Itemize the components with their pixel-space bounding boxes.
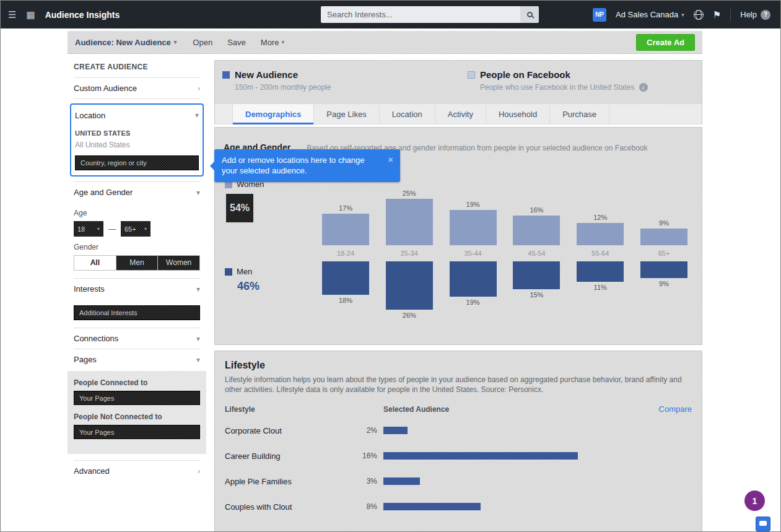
chart-column: 25%25-3426% (380, 159, 438, 336)
lifestyle-title: Lifestyle (225, 360, 692, 371)
save-menu[interactable]: Save (227, 38, 246, 47)
chart-column: 9%65+9% (635, 159, 693, 336)
lifestyle-row: Apple Pie Families3% (225, 468, 692, 494)
chart-column: 17%18-2418% (316, 159, 375, 336)
account-menu[interactable]: Ad Sales Canada ▾ (616, 10, 684, 19)
men-legend-label: Men (237, 267, 252, 276)
age-max-select[interactable]: 65+ ▾ (121, 221, 151, 237)
column-lifestyle[interactable]: Lifestyle (225, 405, 383, 414)
women-bar (513, 216, 560, 245)
sidebar-item-age-and-gender[interactable]: Age and Gender ▾ (74, 181, 200, 203)
globe-icon[interactable] (694, 10, 704, 20)
sidebar-heading: CREATE AUDIENCE (74, 63, 200, 77)
lifestyle-bar (383, 503, 481, 510)
tab-household[interactable]: Household (486, 104, 550, 124)
lifestyle-table-header: Lifestyle Selected Audience Compare (225, 404, 692, 414)
men-bar-label: 11% (594, 284, 607, 291)
search-input[interactable] (321, 6, 520, 23)
lifestyle-rows: Corporate Clout2%Career Building16%Apple… (225, 417, 692, 519)
age-axis-label: 35-44 (465, 245, 482, 261)
lifestyle-name: Career Building (225, 451, 355, 461)
age-axis-label: 18-24 (337, 245, 354, 261)
search-button[interactable] (520, 6, 539, 23)
chevron-right-icon: › (198, 84, 200, 93)
women-bar (322, 214, 369, 245)
age-axis-label: 25-34 (401, 245, 418, 261)
interests-input[interactable] (74, 305, 200, 320)
age-min-select[interactable]: 18 ▾ (74, 221, 103, 237)
tab-location[interactable]: Location (380, 104, 435, 124)
sidebar-item-custom-audience[interactable]: Custom Audience › (74, 77, 200, 98)
section-divider (74, 98, 200, 102)
create-ad-button[interactable]: Create Ad (636, 34, 695, 51)
location-input[interactable] (75, 155, 199, 170)
tab-page-likes[interactable]: Page Likes (314, 104, 379, 124)
chevron-down-icon: ▾ (281, 39, 284, 45)
pages-connected-input[interactable] (74, 391, 200, 405)
lifestyle-name: Apple Pie Families (225, 477, 355, 486)
age-axis-label: 65+ (658, 245, 670, 261)
women-share: 54% (226, 194, 253, 222)
men-bar (386, 261, 433, 310)
navbar-left: ☰ ▦ Audience Insights (1, 9, 120, 20)
location-country-group: UNITED STATES (75, 129, 199, 137)
account-name: Ad Sales Canada (616, 10, 678, 19)
compare-link[interactable]: Compare (659, 404, 692, 414)
location-value[interactable]: All United States (75, 141, 199, 149)
audience-menu[interactable]: Audience: New Audience ▾ (75, 38, 177, 47)
lifestyle-description: Lifestyle information helps you learn ab… (225, 375, 684, 395)
search-icon (527, 12, 533, 17)
comparison-audience-subtitle: People who use Facebook in the United St… (480, 83, 635, 92)
chart-columns: 17%18-2418%25%25-3426%19%35-4419%16%45-5… (314, 159, 696, 336)
sidebar-item-pages[interactable]: Pages ▾ (74, 349, 200, 370)
column-selected-audience[interactable]: Selected Audience (383, 405, 659, 414)
age-range: 18 ▾ — 65+ ▾ (74, 221, 200, 237)
info-icon[interactable] (639, 83, 648, 92)
close-icon[interactable]: × (388, 154, 393, 165)
profile-badge[interactable]: NP (593, 8, 606, 22)
pages-not-connected-input[interactable] (74, 425, 200, 439)
notification-badge[interactable]: 1 (744, 491, 765, 511)
lifestyle-value: 8% (355, 502, 383, 511)
chevron-down-icon: ▾ (174, 39, 177, 45)
chat-widget-button[interactable] (756, 517, 770, 531)
sidebar-item-interests[interactable]: Interests ▾ (74, 278, 200, 299)
gender-men-button[interactable]: Men (116, 255, 159, 271)
navbar-divider (730, 9, 731, 21)
sidebar-item-location[interactable]: Location ▾ (75, 105, 199, 126)
open-menu[interactable]: Open (193, 38, 212, 47)
legend-entry-men: Men 46% (225, 267, 314, 293)
men-bar (577, 261, 624, 282)
tab-purchase[interactable]: Purchase (550, 104, 609, 124)
apps-grid-icon[interactable]: ▦ (26, 9, 35, 20)
primary-audience-subtitle: 150m - 200m monthly people (222, 83, 468, 92)
more-menu[interactable]: More ▾ (261, 38, 284, 47)
sidebar-item-connections[interactable]: Connections ▾ (74, 328, 200, 349)
sidebar-item-advanced[interactable]: Advanced › (74, 460, 200, 481)
chevron-down-icon: ▾ (144, 226, 147, 232)
help-menu[interactable]: Help ? (740, 10, 770, 20)
pages-panel: People Connected to People Not Connected… (68, 371, 206, 454)
pages-not-connected-label: People Not Connected to (74, 412, 200, 421)
lifestyle-row: Corporate Clout2% (225, 417, 692, 443)
help-label: Help (740, 10, 757, 19)
tab-demographics[interactable]: Demographics (232, 104, 314, 124)
lifestyle-value: 3% (355, 477, 383, 486)
flag-icon[interactable]: ⚑ (713, 9, 721, 20)
tab-activity[interactable]: Activity (435, 104, 486, 124)
age-range-dash: — (108, 225, 116, 233)
audience-header-card: New Audience 150m - 200m monthly people … (214, 60, 702, 124)
lifestyle-card: Lifestyle Lifestyle information helps yo… (214, 351, 702, 532)
age-axis-label: 45-54 (528, 245, 545, 261)
create-audience-sidebar: CREATE AUDIENCE Custom Audience › Locati… (68, 54, 206, 531)
chart-column: 12%55-6411% (571, 159, 629, 336)
men-bar (322, 261, 369, 295)
audience-header: New Audience 150m - 200m monthly people … (215, 61, 702, 103)
hamburger-icon[interactable]: ☰ (8, 9, 16, 20)
gender-women-button[interactable]: Women (158, 255, 200, 271)
gender-all-button[interactable]: All (74, 255, 116, 271)
primary-audience-name: New Audience (235, 69, 298, 80)
tabs: DemographicsPage LikesLocationActivityHo… (215, 103, 702, 124)
women-bar-label: 25% (403, 190, 416, 197)
men-bar-label: 15% (530, 291, 543, 299)
